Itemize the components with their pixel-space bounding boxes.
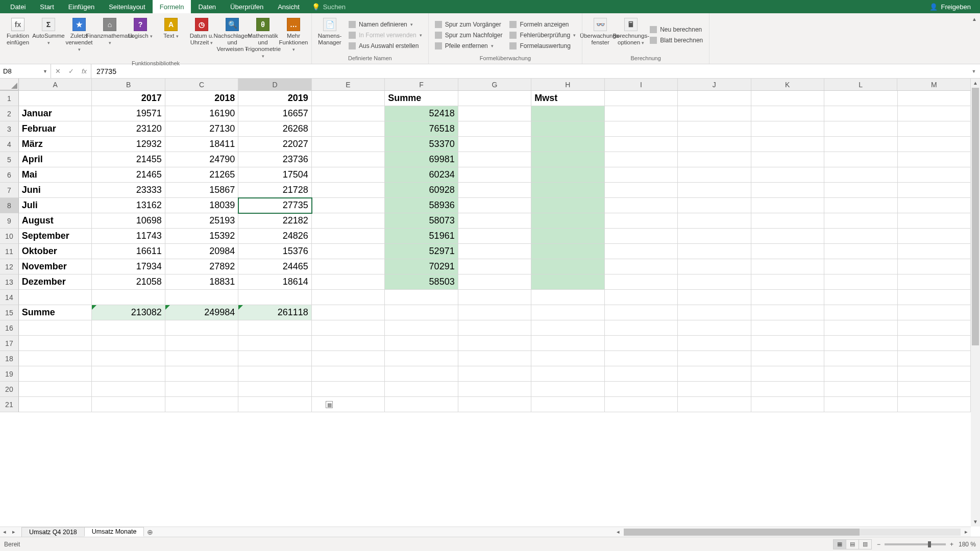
cell[interactable]: [605, 137, 678, 152]
sheet-tab-1[interactable]: Umsatz Monate: [84, 527, 144, 537]
cell[interactable]: [385, 366, 458, 382]
cell[interactable]: 21058: [92, 274, 165, 290]
tab-datei[interactable]: Datei: [3, 0, 33, 13]
cell[interactable]: 15376: [238, 244, 311, 259]
cell[interactable]: [678, 121, 751, 137]
cell[interactable]: [605, 397, 678, 412]
cell[interactable]: [678, 320, 751, 336]
cell[interactable]: [605, 167, 678, 183]
cell[interactable]: [898, 259, 971, 274]
row-header-19[interactable]: 19: [0, 366, 19, 382]
tab-einfuegen[interactable]: Einfügen: [61, 0, 102, 13]
cell[interactable]: [605, 121, 678, 137]
cell[interactable]: [605, 152, 678, 167]
cell[interactable]: [385, 290, 458, 305]
cell[interactable]: [312, 397, 385, 412]
scroll-right-button[interactable]: ▸: [962, 529, 971, 535]
cell[interactable]: [824, 274, 897, 290]
cell[interactable]: [824, 152, 897, 167]
cell[interactable]: 16657: [238, 106, 311, 121]
cell[interactable]: [531, 229, 604, 244]
lookup-ref-button[interactable]: 🔍 Nachschlagen und Verweisen ▾: [217, 15, 247, 60]
cell[interactable]: 20984: [165, 244, 238, 259]
cell[interactable]: [898, 167, 971, 183]
cell[interactable]: [19, 397, 92, 412]
calculate-sheet-button[interactable]: Blatt berechnen: [650, 36, 703, 45]
cell[interactable]: [605, 198, 678, 213]
normal-view-button[interactable]: ▦: [833, 539, 846, 549]
cell[interactable]: [898, 351, 971, 366]
show-formulas-button[interactable]: Formeln anzeigen: [509, 19, 576, 29]
sheet-tab-0[interactable]: Umsatz Q4 2018: [21, 527, 85, 537]
cell[interactable]: 60234: [385, 167, 458, 183]
vertical-scroll-thumb[interactable]: [972, 88, 979, 345]
horizontal-scrollbar[interactable]: [624, 529, 961, 536]
cell[interactable]: [898, 366, 971, 382]
col-header-A[interactable]: A: [19, 79, 92, 90]
expand-formula-bar[interactable]: ▼: [968, 64, 980, 78]
col-header-M[interactable]: M: [897, 79, 970, 90]
cell[interactable]: 58936: [385, 198, 458, 213]
cell[interactable]: [312, 106, 385, 121]
cell[interactable]: 58503: [385, 274, 458, 290]
cell[interactable]: [898, 382, 971, 397]
cell[interactable]: [312, 320, 385, 336]
col-header-C[interactable]: C: [165, 79, 238, 90]
cell[interactable]: August: [19, 213, 92, 229]
cell[interactable]: [238, 320, 311, 336]
row-header-1[interactable]: 1: [0, 91, 19, 106]
cell[interactable]: [165, 336, 238, 351]
cell[interactable]: [458, 305, 531, 320]
row-header-11[interactable]: 11: [0, 244, 19, 259]
cell[interactable]: 19571: [92, 106, 165, 121]
cell[interactable]: 60928: [385, 183, 458, 198]
cell[interactable]: [165, 351, 238, 366]
cell[interactable]: [165, 366, 238, 382]
cell[interactable]: [312, 382, 385, 397]
cell[interactable]: [898, 106, 971, 121]
row-header-20[interactable]: 20: [0, 382, 19, 397]
row-header-9[interactable]: 9: [0, 213, 19, 229]
cell[interactable]: 2019: [238, 91, 311, 106]
cell[interactable]: [19, 336, 92, 351]
cell[interactable]: 22182: [238, 213, 311, 229]
row-header-18[interactable]: 18: [0, 351, 19, 366]
cell[interactable]: [605, 183, 678, 198]
name-manager-button[interactable]: 📄 Namens-Manager: [315, 15, 345, 55]
cell[interactable]: [824, 366, 897, 382]
sheet-nav-first[interactable]: ◂: [0, 529, 9, 535]
insert-function-fx-button[interactable]: fx: [78, 67, 91, 75]
cell[interactable]: [531, 382, 604, 397]
cell[interactable]: [898, 198, 971, 213]
financial-button[interactable]: ⌂ Finanzmathematik ▾: [95, 15, 125, 60]
cell[interactable]: [531, 121, 604, 137]
cell[interactable]: [751, 336, 824, 351]
cell[interactable]: [898, 397, 971, 412]
cell[interactable]: [824, 91, 897, 106]
cell[interactable]: 18039: [165, 198, 238, 213]
cell[interactable]: [458, 198, 531, 213]
cell[interactable]: [458, 106, 531, 121]
cell[interactable]: Summe: [385, 91, 458, 106]
watch-window-button[interactable]: 👓 Überwachungs-fenster: [585, 15, 615, 55]
horizontal-scroll-thumb[interactable]: [624, 529, 860, 536]
cell[interactable]: [312, 167, 385, 183]
cell[interactable]: [312, 152, 385, 167]
cell[interactable]: [605, 244, 678, 259]
cell[interactable]: [751, 198, 824, 213]
share-button[interactable]: 👤 Freigeben: [920, 0, 980, 13]
cell[interactable]: [458, 183, 531, 198]
cell[interactable]: [458, 320, 531, 336]
cell[interactable]: [751, 137, 824, 152]
cell[interactable]: [678, 397, 751, 412]
cell[interactable]: 21465: [92, 167, 165, 183]
cell[interactable]: [678, 229, 751, 244]
evaluate-formula-button[interactable]: Formelauswertung: [509, 41, 576, 51]
cell[interactable]: 2018: [165, 91, 238, 106]
zoom-slider[interactable]: [885, 543, 946, 545]
cell[interactable]: [898, 91, 971, 106]
cell[interactable]: [605, 320, 678, 336]
row-header-17[interactable]: 17: [0, 336, 19, 351]
row-header-12[interactable]: 12: [0, 259, 19, 274]
cell[interactable]: [898, 290, 971, 305]
